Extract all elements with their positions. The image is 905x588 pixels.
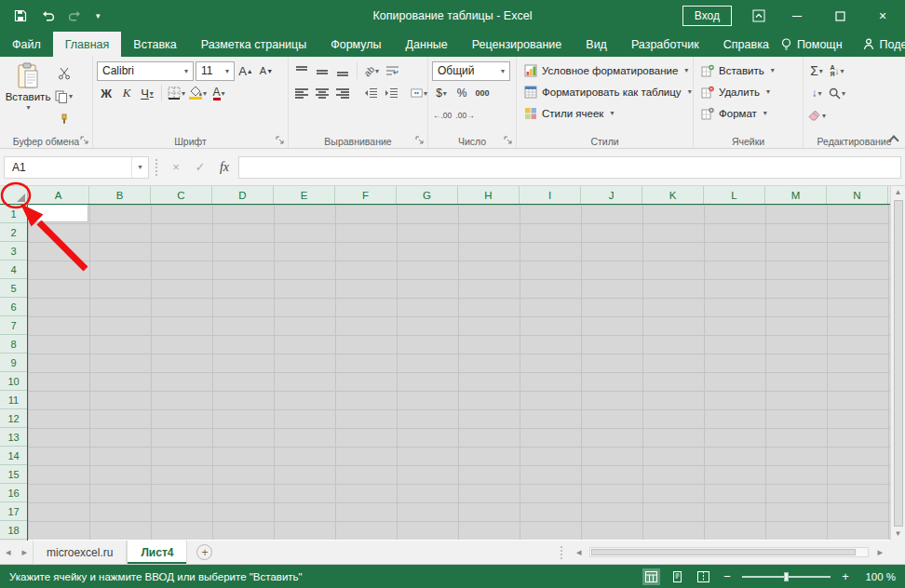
format-as-table-button[interactable]: Форматировать как таблицу▾ <box>520 81 689 102</box>
formula-bar-divider[interactable] <box>155 159 159 176</box>
horizontal-scroll-thumb[interactable] <box>591 549 856 555</box>
accounting-format-icon[interactable]: $▾ <box>432 84 451 103</box>
name-box[interactable]: A1 ▾ <box>4 156 149 179</box>
ribbon-display-options-icon[interactable] <box>752 9 765 22</box>
column-header[interactable]: N <box>827 186 888 204</box>
normal-view-icon[interactable] <box>642 568 660 585</box>
tab-help[interactable]: Справка <box>711 32 781 57</box>
scroll-left-icon[interactable]: ◂ <box>571 546 588 558</box>
decrease-indent-icon[interactable] <box>361 84 380 103</box>
zoom-slider[interactable] <box>742 576 831 578</box>
column-header[interactable]: D <box>212 186 274 204</box>
clear-icon[interactable]: ▾ <box>807 106 827 126</box>
increase-indent-icon[interactable] <box>382 84 400 103</box>
row-header[interactable]: 1 <box>0 205 27 223</box>
copy-icon[interactable]: ▾ <box>54 87 74 106</box>
tab-home[interactable]: Главная <box>53 32 122 57</box>
row-header[interactable]: 13 <box>0 428 27 447</box>
zoom-out-button[interactable]: − <box>721 569 734 583</box>
column-header[interactable]: K <box>642 186 704 204</box>
row-header[interactable]: 17 <box>0 502 27 521</box>
sign-in-button[interactable]: Вход <box>682 6 732 26</box>
enter-icon[interactable]: ✓ <box>190 157 210 178</box>
row-header[interactable]: 11 <box>0 391 27 409</box>
column-header[interactable]: E <box>274 186 335 204</box>
zoom-slider-thumb[interactable] <box>784 572 789 581</box>
tab-view[interactable]: Вид <box>574 32 619 57</box>
row-header[interactable]: 6 <box>0 298 27 316</box>
format-cells-button[interactable]: Формат▾ <box>697 102 799 124</box>
cut-icon[interactable] <box>54 63 74 83</box>
column-header[interactable]: L <box>704 186 765 204</box>
insert-cells-button[interactable]: Вставить▾ <box>697 60 799 81</box>
font-size-combo[interactable]: 11▾ <box>196 61 235 81</box>
align-center-icon[interactable] <box>313 84 331 103</box>
save-icon[interactable] <box>13 9 28 22</box>
tab-page-layout[interactable]: Разметка страницы <box>189 32 318 57</box>
page-break-view-icon[interactable] <box>695 568 712 585</box>
wrap-text-icon[interactable] <box>383 61 401 81</box>
number-dialog-launcher-icon[interactable] <box>504 136 513 145</box>
column-header[interactable]: H <box>458 186 520 204</box>
sheet-tab-list4[interactable]: Лист4 <box>127 541 187 564</box>
increase-font-icon[interactable]: А▲ <box>236 61 255 81</box>
add-sheet-icon[interactable]: + <box>196 544 212 560</box>
merge-center-icon[interactable]: ▾ <box>410 84 428 103</box>
find-select-icon[interactable]: ▾ <box>828 84 846 103</box>
conditional-formatting-button[interactable]: Условное форматирование▾ <box>520 60 689 81</box>
redo-icon[interactable] <box>68 10 82 21</box>
underline-button[interactable]: Ч▾ <box>138 84 156 103</box>
column-header[interactable]: G <box>397 186 458 204</box>
decrease-decimal-icon[interactable]: .00→ <box>454 106 475 126</box>
next-sheet-icon[interactable]: ▸ <box>17 541 34 564</box>
column-header[interactable]: C <box>151 186 212 204</box>
tab-developer[interactable]: Разработчик <box>619 32 711 57</box>
undo-icon[interactable] <box>41 10 55 21</box>
font-color-icon[interactable]: А▾ <box>209 84 228 103</box>
paste-button[interactable]: Вставить ▾ <box>4 60 52 133</box>
column-header[interactable]: I <box>520 186 581 204</box>
row-header[interactable]: 7 <box>0 316 27 335</box>
row-header[interactable]: 15 <box>0 465 27 484</box>
column-header[interactable]: B <box>89 186 151 204</box>
zoom-in-button[interactable]: + <box>839 569 852 583</box>
row-header[interactable]: 4 <box>0 261 27 279</box>
share-button[interactable]: Поделиться <box>863 38 905 51</box>
cancel-icon[interactable]: × <box>166 157 186 178</box>
number-format-combo[interactable]: Общий▾ <box>432 61 510 81</box>
column-header[interactable]: M <box>765 186 827 204</box>
vertical-scroll-thumb[interactable] <box>894 200 903 527</box>
minimize-button[interactable]: ─ <box>786 9 808 22</box>
scroll-up-icon[interactable]: ▲ <box>895 188 902 197</box>
delete-cells-button[interactable]: Удалить▾ <box>697 81 799 102</box>
decrease-font-icon[interactable]: А▼ <box>257 61 276 81</box>
tab-insert[interactable]: Вставка <box>121 32 188 57</box>
row-header[interactable]: 12 <box>0 409 27 428</box>
column-header[interactable]: F <box>335 186 397 204</box>
customize-qat-icon[interactable]: ▾ <box>96 11 101 20</box>
scroll-right-icon[interactable]: ▸ <box>871 546 888 558</box>
scroll-down-icon[interactable]: ▼ <box>895 529 902 539</box>
row-header[interactable]: 5 <box>0 279 27 298</box>
row-header[interactable]: 9 <box>0 354 27 372</box>
format-painter-icon[interactable] <box>54 110 74 129</box>
autosum-button[interactable]: Σ▾ <box>807 61 826 81</box>
select-all-button[interactable] <box>0 186 28 205</box>
sort-filter-icon[interactable]: АЯ↓▾ <box>828 61 846 81</box>
vertical-scrollbar[interactable]: ▲ ▼ <box>890 186 905 541</box>
formula-input[interactable] <box>238 156 901 179</box>
align-left-icon[interactable] <box>292 84 311 103</box>
tab-formulas[interactable]: Формулы <box>318 32 393 57</box>
align-right-icon[interactable] <box>333 84 352 103</box>
page-layout-view-icon[interactable] <box>669 568 686 585</box>
row-header[interactable]: 3 <box>0 242 27 261</box>
cell-grid-selected[interactable] <box>28 205 890 540</box>
clipboard-dialog-launcher-icon[interactable] <box>80 136 89 145</box>
alignment-dialog-launcher-icon[interactable] <box>415 136 425 145</box>
align-middle-icon[interactable] <box>313 61 331 81</box>
name-box-dropdown-icon[interactable]: ▾ <box>131 157 148 178</box>
italic-button[interactable]: К <box>117 84 136 103</box>
column-header[interactable]: J <box>581 186 642 204</box>
zoom-level[interactable]: 100 % <box>860 571 896 582</box>
insert-function-icon[interactable]: fx <box>214 157 235 178</box>
